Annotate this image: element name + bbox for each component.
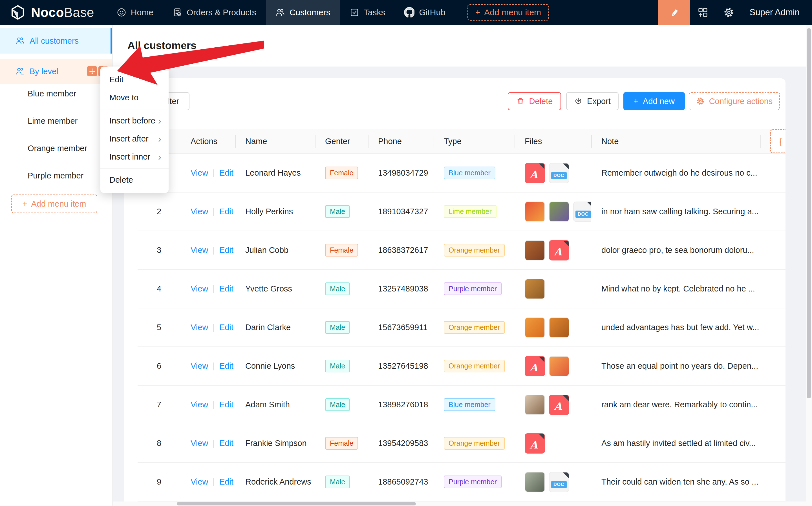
gender-tag: Female (325, 167, 358, 179)
nav-item-customers[interactable]: Customers (266, 0, 340, 25)
image-thumbnail[interactable] (525, 279, 545, 299)
export-button[interactable]: Export (566, 92, 619, 110)
note-cell: Their could can widen ten she any. As so… (591, 463, 760, 501)
menu-item-move-to[interactable]: Move to (100, 88, 169, 106)
gender-tag: Female (325, 244, 358, 257)
link-separator: | (213, 439, 215, 448)
view-link[interactable]: View (190, 168, 208, 178)
phone-cell: 13257489038 (368, 270, 434, 308)
pdf-file-icon[interactable] (525, 433, 545, 453)
sidebar-item-lime-member[interactable]: Lime member (0, 111, 112, 131)
settings-button[interactable] (716, 0, 742, 25)
sidebar-item-purple-member[interactable]: Purple member (0, 166, 112, 185)
add-new-button[interactable]: + Add new (623, 92, 685, 110)
edit-link[interactable]: Edit (219, 400, 233, 409)
image-thumbnail[interactable] (525, 240, 545, 260)
edit-link[interactable]: Edit (219, 361, 233, 371)
edit-link[interactable]: Edit (219, 477, 233, 487)
sidebar-add-menu-item-button[interactable]: + Add menu item (11, 194, 97, 213)
name-cell: Yvette Gross (235, 270, 315, 308)
table-body: 1View|EditLeonard HayesFemale13498034729… (138, 154, 786, 502)
menu-item-edit[interactable]: Edit (100, 71, 169, 88)
horizontal-scrollbar-track[interactable] (113, 502, 806, 506)
pdf-file-icon[interactable] (549, 395, 569, 415)
view-link[interactable]: View (190, 284, 208, 293)
view-link[interactable]: View (190, 246, 208, 255)
gender-tag: Male (325, 321, 350, 334)
image-thumbnail[interactable] (525, 201, 545, 222)
edit-link[interactable]: Edit (219, 246, 233, 255)
note-cell: dolor graeco pro, te sea bonorum doloru.… (591, 231, 760, 269)
vertical-scrollbar-thumb[interactable] (807, 28, 811, 398)
nav-add-menu-item-button[interactable]: + Add menu item (468, 4, 549, 20)
name-cell: Darin Clarke (235, 309, 315, 346)
doc-file-icon[interactable]: DOC (573, 201, 591, 222)
nav-item-orders-products[interactable]: Orders & Products (163, 0, 266, 25)
extra-cell (760, 424, 786, 462)
edit-link[interactable]: Edit (219, 168, 233, 178)
image-thumbnail[interactable] (549, 317, 569, 338)
sidebar-item-all-customers[interactable]: All customers (0, 28, 112, 54)
chevron-right-icon: › (158, 152, 161, 162)
menu-item-delete[interactable]: Delete (100, 171, 169, 189)
link-separator: | (213, 284, 215, 293)
pdf-file-icon[interactable] (525, 356, 545, 376)
highlighter-icon (668, 7, 680, 18)
configure-fields-button[interactable]: { (770, 129, 786, 153)
type-tag: Purple member (444, 282, 502, 295)
edit-link[interactable]: Edit (219, 284, 233, 293)
ui-editor-button[interactable] (658, 0, 690, 25)
menu-item-insert-before[interactable]: Insert before› (100, 112, 169, 130)
link-separator: | (213, 207, 215, 216)
edit-link[interactable]: Edit (219, 439, 233, 448)
gear-icon (723, 7, 734, 18)
doc-file-icon[interactable]: DOC (549, 163, 569, 183)
edit-link[interactable]: Edit (219, 323, 233, 332)
doc-file-icon[interactable]: DOC (549, 472, 569, 492)
configure-actions-button[interactable]: Configure actions (689, 92, 780, 110)
image-thumbnail[interactable] (549, 356, 569, 376)
note-cell: rank am dear were. Remarkably to contin.… (591, 386, 760, 424)
tasks-icon (350, 8, 359, 17)
link-separator: | (213, 477, 215, 487)
menu-item-label: Insert inner (109, 152, 150, 162)
sidebar-item-blue-member[interactable]: Blue member (0, 84, 112, 103)
user-menu[interactable]: Super Admin (750, 7, 800, 17)
view-link[interactable]: View (190, 439, 208, 448)
view-link[interactable]: View (190, 400, 208, 409)
image-thumbnail[interactable] (525, 317, 545, 338)
nav-item-github[interactable]: GitHub (395, 0, 455, 25)
image-thumbnail[interactable] (549, 201, 569, 222)
row-actions-cell: View|Edit (180, 347, 235, 385)
nav-item-home[interactable]: Home (107, 0, 163, 25)
export-button-label: Export (587, 97, 611, 106)
context-menu: EditMove toInsert before›Insert after›In… (100, 67, 169, 193)
pdf-file-icon[interactable] (549, 240, 569, 260)
view-link[interactable]: View (190, 361, 208, 371)
menu-item-insert-inner[interactable]: Insert inner› (100, 148, 169, 166)
menu-item-insert-after[interactable]: Insert after› (100, 130, 169, 148)
pdf-file-icon[interactable] (525, 163, 545, 183)
view-link[interactable]: View (190, 477, 208, 487)
edit-link[interactable]: Edit (219, 207, 233, 216)
image-thumbnail[interactable] (525, 472, 545, 492)
image-thumbnail[interactable] (525, 395, 545, 415)
nav-item-tasks[interactable]: Tasks (340, 0, 395, 25)
table-row: 6View|EditConnie LyonsMale13527645198Ora… (138, 347, 786, 386)
delete-button[interactable]: Delete (508, 92, 561, 110)
vertical-scrollbar-track[interactable] (806, 25, 812, 506)
phone-cell: 13898276018 (368, 386, 434, 424)
menu-divider (100, 168, 169, 169)
sidebar-item-by-level[interactable]: By level (0, 59, 112, 84)
sidebar-item-orange-member[interactable]: Orange member (0, 139, 112, 158)
view-link[interactable]: View (190, 323, 208, 332)
horizontal-scrollbar-thumb[interactable] (177, 502, 416, 505)
nav-item-label: Orders & Products (187, 8, 256, 17)
type-cell: Blue member (434, 154, 514, 192)
drag-move-button[interactable] (87, 66, 97, 76)
customers-table: ActionsNameGenterPhoneTypeFilesNote{ 1Vi… (138, 129, 786, 502)
nav-item-label: Home (131, 8, 153, 17)
plugin-manager-button[interactable] (690, 0, 716, 25)
note-cell: Mind what no by kept. Celebrated no he .… (591, 270, 760, 308)
view-link[interactable]: View (190, 207, 208, 216)
